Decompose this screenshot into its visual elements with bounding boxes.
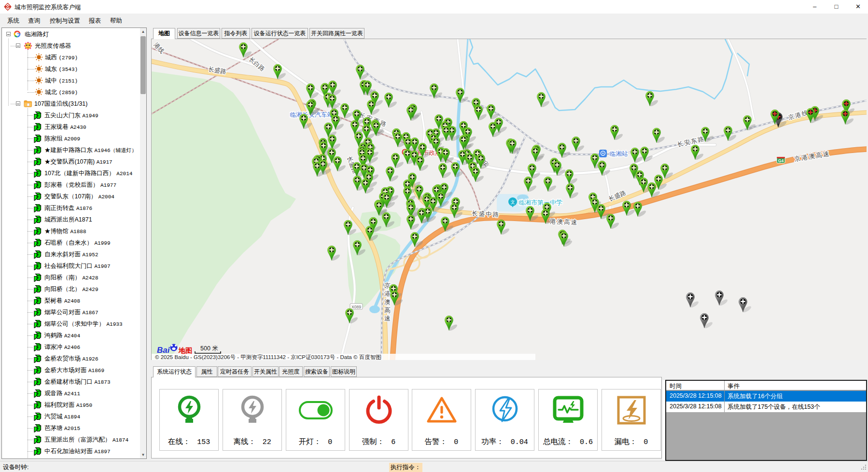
svg-text:Bai: Bai xyxy=(157,346,170,355)
svg-text:港澳高速: 港澳高速 xyxy=(550,218,578,226)
svg-text:© 2025 Baidu - GS(2023)3206号 -: © 2025 Baidu - GS(2023)3206号 - 甲测资字11111… xyxy=(155,354,381,360)
svg-text:500 米: 500 米 xyxy=(200,345,218,352)
svg-text:速: 速 xyxy=(384,315,391,322)
svg-text:X089: X089 xyxy=(351,305,361,309)
svg-text:地图: 地图 xyxy=(178,347,192,354)
svg-text:临湘站: 临湘站 xyxy=(609,150,628,157)
svg-text:临湘市第一中学: 临湘市第一中学 xyxy=(518,199,562,206)
svg-text:G4: G4 xyxy=(778,158,784,163)
svg-text:港: 港 xyxy=(384,290,391,297)
svg-text:高: 高 xyxy=(384,306,391,314)
svg-text:文: 文 xyxy=(510,199,515,205)
svg-text:澳: 澳 xyxy=(384,298,391,305)
